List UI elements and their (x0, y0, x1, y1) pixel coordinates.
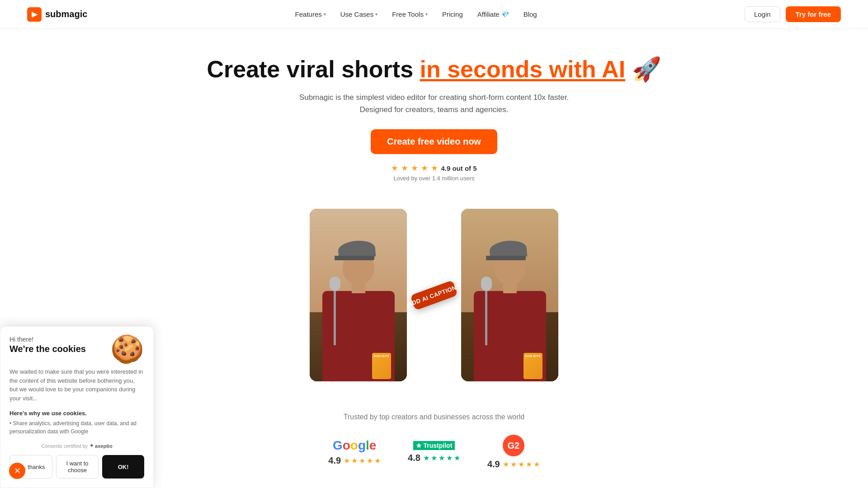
product-box: BUZZ NUTS (372, 353, 391, 379)
mic-head (330, 277, 340, 291)
cookie-description: We waited to make sure that you were int… (9, 367, 144, 403)
cap-brim (335, 256, 374, 260)
navigation: ▶ submagic Features ▾ Use Cases ▾ Free T… (0, 0, 868, 29)
cap-brim-right (486, 256, 526, 260)
mic-arm-right (485, 282, 487, 345)
close-button[interactable]: ✕ (9, 463, 25, 479)
cookie-why-title: Here's why we use cookies. (9, 410, 144, 417)
add-ai-caption-badge: ADD AI CAPTIONS (410, 280, 458, 310)
nav-links: Features ▾ Use Cases ▾ Free Tools ▾ Pric… (295, 10, 537, 18)
star-icon: ★ (391, 163, 398, 173)
video-gap: ADD AI CAPTIONS (407, 287, 461, 303)
video-card-right: BUZZ NUTS (461, 209, 558, 381)
star-half-icon: ★ (431, 163, 438, 173)
cookie-title: We're the cookies (9, 344, 106, 354)
star-icon: ★ (421, 163, 428, 173)
chevron-down-icon: ▾ (425, 12, 428, 17)
hero-title: Create viral shorts in seconds with AI 🚀 (9, 56, 859, 83)
hero-subtitle: Submagic is the simplest video editor fo… (9, 91, 859, 116)
video-card-left: BUZZ NUTS (310, 209, 407, 381)
google-stars: ★★★★★ (344, 456, 381, 465)
logo-text: submagic (45, 9, 87, 19)
login-button[interactable]: Login (745, 6, 780, 22)
google-review: Google 4.9 ★★★★★ (328, 438, 381, 466)
cookie-header: Hi there! We're the cookies 🍪 (9, 336, 144, 363)
nav-blog[interactable]: Blog (524, 10, 537, 18)
cookie-title-section: Hi there! We're the cookies (9, 336, 106, 354)
trustpilot-review: ★ Trustpilot 4.8 ★ ★ ★ ★ ★ (408, 441, 460, 463)
nav-use-cases[interactable]: Use Cases ▾ (340, 10, 377, 18)
nav-actions: Login Try for free (745, 6, 841, 22)
cookie-buttons: No, thanks I want to choose OK! (9, 455, 144, 479)
cookie-emoji-icon: 🍪 (110, 336, 144, 363)
logo-icon: ▶ (27, 7, 42, 22)
trustpilot-score: 4.8 (408, 453, 420, 463)
video-preview-left: BUZZ NUTS (310, 209, 407, 381)
person-figure-right: BUZZ NUTS (474, 228, 546, 381)
g2-review: G2 4.9 ★★★★★ (487, 435, 540, 469)
create-free-video-button[interactable]: Create free video now (371, 129, 497, 154)
nav-free-tools[interactable]: Free Tools ▾ (392, 10, 428, 18)
chevron-down-icon: ▾ (375, 12, 377, 17)
google-logo: Google (333, 438, 376, 453)
trustpilot-logo: ★ Trustpilot (413, 441, 455, 450)
nav-features[interactable]: Features ▾ (295, 10, 326, 18)
cookie-bullet: • Share analytics, advertising data, use… (9, 419, 144, 436)
cookie-banner: Hi there! We're the cookies 🍪 We waited … (0, 326, 154, 488)
nav-pricing[interactable]: Pricing (442, 10, 463, 18)
logo[interactable]: ▶ submagic (27, 7, 87, 22)
mic-head-right (481, 277, 492, 291)
nav-affiliate[interactable]: Affiliate 💎 (477, 10, 509, 18)
try-for-free-button[interactable]: Try for free (786, 6, 841, 22)
axeptio-logo: ✦ (90, 443, 94, 449)
g2-score: 4.9 (487, 459, 500, 469)
google-score: 4.9 (328, 455, 341, 466)
person-figure: BUZZ NUTS (322, 228, 395, 381)
star-icon: ★ (411, 163, 418, 173)
video-preview-right: BUZZ NUTS (461, 209, 558, 381)
chevron-down-icon: ▾ (324, 12, 326, 17)
star-icon: ★ (401, 163, 408, 173)
cookie-ok-button[interactable]: OK! (102, 455, 144, 479)
cookie-choose-button[interactable]: I want to choose (56, 455, 99, 479)
cookie-hi-text: Hi there! (9, 336, 106, 343)
cookie-certified: Consents certified by ✦ axeptio (9, 443, 144, 449)
hero-section: Create viral shorts in seconds with AI 🚀… (0, 29, 868, 195)
g2-stars: ★★★★★ (503, 460, 540, 469)
trustpilot-stars: ★ ★ ★ ★ ★ (423, 454, 460, 462)
g2-logo: G2 (503, 435, 524, 456)
loved-text: Loved by over 1.4 million users (9, 175, 859, 182)
product-box-right: BUZZ NUTS (524, 353, 542, 379)
rating-row: ★ ★ ★ ★ ★ 4.9 out of 5 (9, 163, 859, 173)
mic-arm (334, 282, 336, 345)
diamond-icon: 💎 (501, 11, 509, 18)
